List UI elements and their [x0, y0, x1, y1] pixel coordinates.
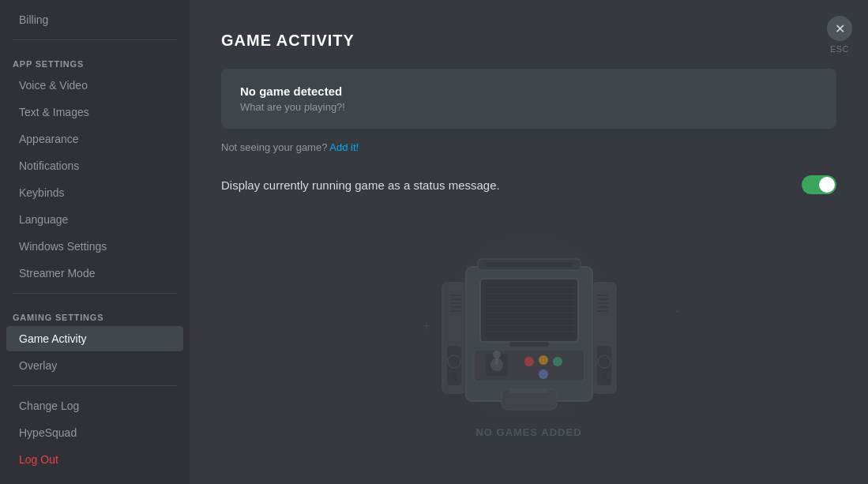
svg-rect-12 [485, 325, 573, 326]
sidebar-item-streamer-mode[interactable]: Streamer Mode [6, 261, 183, 286]
svg-rect-5 [485, 283, 573, 337]
close-icon: ✕ [835, 21, 845, 36]
add-game-text: Not seeing your game? Add it! [221, 141, 836, 153]
svg-rect-36 [597, 310, 608, 312]
toggle-label: Display currently running game as a stat… [221, 178, 500, 192]
sidebar-item-keybinds[interactable]: Keybinds [6, 180, 183, 205]
sidebar-item-change-log[interactable]: Change Log [6, 393, 183, 418]
sidebar-item-hypesquad[interactable]: HypeSquad [6, 420, 183, 445]
svg-point-18 [493, 351, 501, 358]
sidebar-item-appearance[interactable]: Appearance [6, 126, 183, 152]
no-game-title: No game detected [240, 84, 817, 98]
svg-rect-44 [509, 389, 549, 393]
svg-rect-6 [485, 287, 573, 288]
sidebar-item-log-out[interactable]: Log Out [6, 447, 183, 472]
svg-rect-13 [485, 331, 573, 332]
svg-point-30 [598, 355, 611, 368]
sidebar-item-game-activity[interactable]: Game Activity [6, 326, 183, 351]
app-settings-label: App Settings [0, 47, 190, 72]
esc-label: ESC [830, 44, 849, 54]
no-games-illustration: + + + No Games Added [221, 219, 836, 438]
add-it-link[interactable]: Add it! [329, 141, 359, 153]
svg-text:+: + [675, 307, 680, 316]
no-game-card: No game detected What are you playing?! [221, 69, 836, 129]
page-title: Game Activity [221, 32, 836, 50]
svg-rect-34 [597, 302, 608, 304]
svg-point-22 [539, 370, 548, 379]
svg-point-20 [539, 355, 548, 365]
toggle-row: Display currently running game as a stat… [221, 175, 836, 194]
main-content: ✕ ESC Game Activity No game detected Wha… [190, 0, 868, 484]
add-game-prompt: Not seeing your game? [221, 141, 327, 153]
svg-rect-11 [485, 318, 573, 320]
sidebar-item-overlay[interactable]: Overlay [6, 353, 183, 378]
svg-point-21 [553, 357, 562, 366]
no-games-label: No Games Added [475, 426, 581, 438]
svg-rect-10 [485, 312, 573, 313]
sidebar: Billing App Settings Voice & Video Text … [0, 0, 190, 484]
svg-point-26 [448, 355, 460, 368]
svg-point-19 [524, 357, 534, 366]
svg-rect-41 [450, 310, 461, 312]
svg-rect-32 [597, 295, 608, 296]
svg-rect-33 [597, 298, 608, 300]
svg-rect-46 [486, 262, 573, 267]
svg-rect-35 [597, 306, 608, 308]
toggle-knob [819, 177, 835, 193]
svg-rect-27 [452, 370, 457, 381]
svg-rect-8 [485, 299, 573, 301]
sidebar-item-billing[interactable]: Billing [6, 7, 183, 32]
gaming-settings-label: Gaming Settings [0, 300, 190, 325]
arcade-machine-svg: + + + [363, 219, 695, 417]
svg-text:+: + [423, 319, 430, 332]
svg-rect-38 [450, 298, 461, 300]
svg-rect-31 [602, 370, 607, 381]
no-game-subtitle: What are you playing?! [240, 101, 817, 113]
sidebar-item-windows-settings[interactable]: Windows Settings [6, 234, 183, 259]
sidebar-divider-bottom [13, 385, 177, 386]
svg-rect-9 [485, 306, 573, 307]
sidebar-item-language[interactable]: Language [6, 207, 183, 232]
sidebar-item-notifications[interactable]: Notifications [6, 153, 183, 178]
sidebar-item-voice-video[interactable]: Voice & Video [6, 73, 183, 98]
sidebar-divider-app [13, 39, 177, 40]
sidebar-divider-gaming [13, 293, 177, 294]
close-button[interactable]: ✕ [827, 16, 852, 41]
svg-rect-37 [450, 295, 461, 296]
svg-rect-23 [509, 342, 549, 347]
svg-rect-39 [450, 302, 461, 304]
display-game-toggle[interactable]: ✓ [802, 175, 836, 194]
svg-rect-7 [485, 293, 573, 295]
sidebar-item-text-images[interactable]: Text & Images [6, 99, 183, 125]
svg-rect-40 [450, 306, 461, 308]
